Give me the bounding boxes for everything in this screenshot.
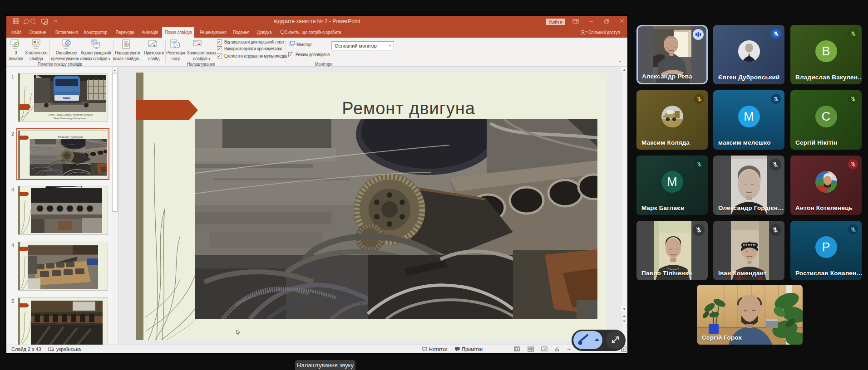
svg-text:Рева Олександр Вікторович: Рева Олександр Вікторович	[54, 117, 86, 120]
svg-text:MAN: MAN	[63, 97, 70, 100]
svg-text:«Тітан Транс Сервіс» головний: «Тітан Транс Сервіс» головний механік	[47, 113, 93, 116]
svg-text:Ремонт двигуна: Ремонт двигуна	[342, 99, 475, 118]
svg-text:Ремонт двигуна: Ремонт двигуна	[58, 135, 83, 139]
